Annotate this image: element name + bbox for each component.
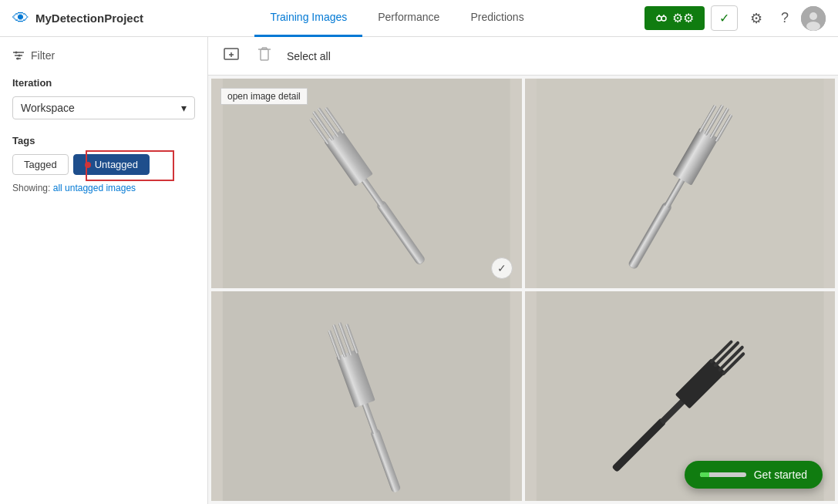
showing-link[interactable]: all untagged images	[53, 183, 136, 193]
logo-icon: 👁	[12, 8, 29, 29]
nav-predictions[interactable]: Predictions	[455, 0, 539, 37]
header-nav: Training Images Performance Predictions	[162, 0, 632, 37]
image-grid: open image detail ✓	[208, 76, 838, 504]
train-icon	[655, 12, 668, 25]
get-started-progress-bar	[700, 472, 746, 477]
svg-point-6	[806, 22, 820, 31]
add-image-icon	[224, 46, 239, 62]
tags-buttons: Tagged Untagged	[12, 154, 195, 175]
sidebar: Filter Iteration Workspace ▾ Tags Tagged…	[0, 37, 208, 504]
fork-image-1	[211, 79, 522, 288]
fork-image-3	[211, 291, 522, 501]
svg-point-10	[15, 52, 18, 54]
header-logo: 👁 MyDetectionProject	[12, 8, 143, 29]
header-actions: ⚙⚙ ✓ ⚙ ?	[644, 5, 826, 31]
svg-point-0	[657, 16, 661, 21]
avatar[interactable]	[801, 6, 826, 31]
settings-button[interactable]: ⚙	[744, 7, 769, 30]
help-button[interactable]: ?	[775, 7, 795, 29]
svg-point-1	[661, 16, 666, 21]
svg-point-5	[809, 12, 817, 20]
select-all[interactable]: Select all	[287, 50, 331, 62]
project-name: MyDetectionProject	[35, 12, 143, 25]
main-layout: Filter Iteration Workspace ▾ Tags Tagged…	[0, 37, 838, 504]
filter-label: Filter	[31, 49, 55, 62]
iteration-label: Iteration	[12, 77, 195, 89]
svg-point-11	[19, 55, 21, 57]
image-cell-2[interactable]	[525, 79, 836, 288]
check-circle-1[interactable]: ✓	[491, 257, 513, 279]
content-area: Select all	[208, 37, 838, 504]
tags-label: Tags	[12, 135, 195, 146]
tagged-button[interactable]: Tagged	[12, 154, 69, 175]
delete-icon	[257, 46, 271, 62]
iteration-value: Workspace	[21, 102, 75, 114]
dropdown-chevron-icon: ▾	[181, 102, 187, 114]
untagged-button[interactable]: Untagged	[73, 154, 150, 175]
nav-training-images[interactable]: Training Images	[254, 0, 362, 37]
svg-rect-17	[261, 49, 268, 60]
dropdown-button[interactable]: ✓	[711, 5, 738, 31]
header: 👁 MyDetectionProject Training Images Per…	[0, 0, 838, 37]
filter-icon	[12, 49, 25, 62]
delete-button[interactable]	[254, 45, 274, 67]
filter-section[interactable]: Filter	[12, 49, 195, 62]
add-image-button[interactable]	[220, 45, 242, 67]
get-started-progress-fill	[700, 472, 709, 477]
tags-section: Tags Tagged Untagged	[12, 135, 195, 175]
content-toolbar: Select all	[208, 37, 838, 76]
avatar-icon	[801, 6, 826, 31]
train-button[interactable]: ⚙⚙	[644, 6, 705, 30]
untagged-label: Untagged	[95, 159, 138, 170]
check-icon: ✓	[719, 11, 729, 25]
untagged-dot	[85, 162, 91, 168]
get-started-label[interactable]: Get started	[754, 469, 807, 481]
svg-point-12	[17, 58, 19, 60]
image-cell-1[interactable]: open image detail ✓	[211, 79, 522, 288]
get-started-panel[interactable]: Get started	[685, 461, 823, 489]
image-cell-3[interactable]	[211, 291, 522, 501]
iteration-dropdown[interactable]: Workspace ▾	[12, 96, 195, 119]
showing-text: Showing: all untagged images	[12, 183, 195, 193]
fork-image-2	[525, 79, 836, 288]
nav-performance[interactable]: Performance	[362, 0, 455, 37]
